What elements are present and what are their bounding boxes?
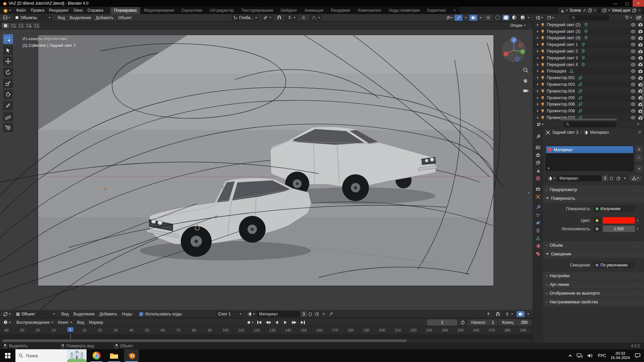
panel-volume[interactable]: ›Объём:::: — [543, 241, 644, 249]
panel-custom-properties[interactable]: ›Настраиваемые свойства:::: — [543, 297, 644, 306]
disable-render-camera-icon[interactable] — [638, 29, 643, 33]
add-workspace-button[interactable]: + — [450, 7, 460, 14]
object-name[interactable]: Передний свет 4 — [547, 62, 578, 67]
outliner-row[interactable]: Передний свет (2) — [533, 21, 644, 28]
emission-color-swatch[interactable] — [593, 217, 635, 224]
outliner-row[interactable]: Прожектор.008 — [533, 108, 644, 114]
copy-material-icon[interactable] — [615, 175, 622, 181]
object-name[interactable]: Прожектор.006 — [547, 102, 575, 107]
shader-editor-type-button[interactable] — [2, 311, 12, 317]
material-name-field[interactable]: Материал — [257, 311, 301, 317]
sidebar-toggle-arrow[interactable]: ‹ — [528, 190, 530, 195]
properties-tab-texture[interactable] — [533, 250, 543, 257]
new-viewlayer-icon[interactable] — [632, 8, 636, 12]
outliner-row[interactable]: Передний свет 4 — [533, 61, 644, 68]
taskbar-chrome-icon[interactable] — [89, 349, 104, 362]
expand-arrow-icon[interactable] — [537, 63, 539, 66]
properties-tab-physics[interactable] — [533, 219, 543, 227]
shader-type-dropdown[interactable]: Объект — [14, 311, 57, 317]
animate-dot[interactable] — [637, 220, 638, 221]
disable-render-camera-icon[interactable] — [638, 69, 643, 73]
add-slot-button[interactable]: + — [636, 146, 643, 153]
menu-item[interactable]: Объект — [116, 15, 134, 20]
taskbar-clock[interactable]: 20:33 16.04.2024 — [610, 351, 630, 360]
gizmos-toggle[interactable] — [454, 15, 463, 21]
expand-arrow-icon[interactable] — [537, 97, 539, 99]
hide-eye-icon[interactable] — [631, 96, 636, 100]
outliner-row[interactable]: Прожектор.005 — [533, 95, 644, 101]
outliner-row[interactable]: Прожектор.006 — [533, 101, 644, 108]
blender-menu-button[interactable] — [0, 8, 14, 13]
playhead-line[interactable] — [70, 334, 71, 339]
tool-transform[interactable] — [3, 89, 13, 99]
strength-slider[interactable]: 1.500 — [603, 226, 635, 232]
properties-options-dropdown[interactable] — [635, 121, 642, 127]
hide-eye-icon[interactable] — [631, 43, 636, 46]
outliner-horizontal-scrollbar[interactable] — [560, 119, 617, 120]
expand-arrow-icon[interactable] — [537, 76, 539, 79]
navigation-gizmo[interactable]: Z — [500, 36, 527, 63]
viewport-3d-canvas[interactable]: Из камеры перспектива (1) Collection | З… — [0, 29, 533, 310]
tool-annotate[interactable] — [3, 101, 13, 110]
workspace-tab[interactable]: Композитинг — [354, 7, 385, 14]
outliner-row[interactable]: Передний свет 3 — [533, 55, 644, 61]
menubar-item[interactable]: Справка — [85, 8, 106, 13]
object-name[interactable]: Передний свет (2) — [547, 22, 581, 27]
menu-item[interactable]: Ноды — [119, 312, 135, 316]
expand-arrow-icon[interactable] — [537, 30, 539, 33]
jump-to-start-button[interactable] — [255, 319, 263, 325]
fake-user-shield-icon[interactable] — [307, 311, 314, 317]
preview-range-stopwatch-button[interactable] — [459, 319, 467, 325]
taskbar-blender-icon[interactable] — [124, 349, 139, 362]
hide-eye-icon[interactable] — [631, 89, 636, 93]
panel-displacement[interactable]: Смещения:::: Смещения По умолчанию — [543, 249, 644, 273]
tool-options-dropdown[interactable]: Опции — [510, 23, 531, 28]
properties-tab-tool[interactable] — [533, 133, 543, 140]
object-name[interactable]: Площадка — [547, 69, 566, 73]
expand-arrow-icon[interactable] — [537, 37, 539, 39]
current-frame-field[interactable]: 1 — [427, 319, 457, 325]
outliner-row[interactable]: Прожектор.004 — [533, 88, 644, 95]
properties-tab-object-data[interactable] — [533, 234, 543, 242]
menubar-item[interactable]: Окно — [71, 8, 85, 13]
properties-tab-material[interactable] — [533, 242, 543, 250]
menu-item[interactable]: Добавить — [97, 312, 119, 316]
disable-render-camera-icon[interactable] — [638, 23, 643, 26]
falloff-dropdown[interactable] — [310, 15, 322, 21]
outliner-display-mode-button[interactable] — [546, 15, 555, 20]
material-users-count[interactable]: 3 — [602, 175, 608, 181]
select-mode-intersect-button[interactable]: ∩ — [33, 23, 40, 28]
outliner-search-input[interactable] — [569, 15, 609, 20]
xray-toggle[interactable] — [484, 15, 492, 21]
object-name[interactable]: Прожектор.001 — [547, 75, 575, 80]
transform-orientation-dropdown[interactable]: Глоба... — [231, 15, 259, 21]
menubar-item[interactable]: Рендеринг — [47, 8, 71, 13]
overlays-dropdown[interactable] — [478, 15, 483, 21]
node-tree-filter-dropdown[interactable] — [630, 175, 641, 182]
hide-eye-icon[interactable] — [631, 56, 636, 60]
expand-arrow-icon[interactable] — [537, 57, 539, 59]
outliner-filter-dropdown[interactable] — [623, 15, 633, 20]
play-reverse-button[interactable] — [273, 319, 281, 325]
properties-editor-type-button[interactable] — [535, 121, 545, 127]
expand-arrow-icon[interactable] — [548, 167, 550, 170]
hide-eye-icon[interactable] — [631, 83, 636, 86]
workspace-tab[interactable]: Шейдинг — [277, 7, 301, 14]
disable-render-camera-icon[interactable] — [638, 76, 643, 80]
properties-tab-constraints[interactable] — [533, 227, 543, 234]
disable-render-camera-icon[interactable] — [638, 56, 643, 60]
expand-arrow-icon[interactable] — [537, 103, 539, 106]
menu-item[interactable]: Выделение — [71, 312, 97, 316]
material-slot-dropdown[interactable]: Слот 1 — [216, 311, 244, 317]
select-mode-invert-button[interactable]: ✕ — [25, 23, 32, 28]
node-snap-target-dropdown[interactable] — [503, 311, 515, 317]
properties-tab-render[interactable] — [533, 143, 543, 151]
panel-settings[interactable]: ›Настройки:::: — [543, 271, 644, 280]
unlink-material-icon[interactable]: × — [622, 175, 628, 181]
properties-tab-scene[interactable] — [533, 167, 543, 174]
panel-surface[interactable]: Поверхность:::: Поверхность Излучение Ц — [543, 194, 644, 236]
properties-tab-collection[interactable] — [533, 185, 543, 193]
viewlayer-selector[interactable]: ViewLayer × — [600, 7, 642, 13]
go-to-parent-node-button[interactable] — [484, 311, 492, 317]
fake-user-shield-icon[interactable] — [608, 175, 615, 181]
